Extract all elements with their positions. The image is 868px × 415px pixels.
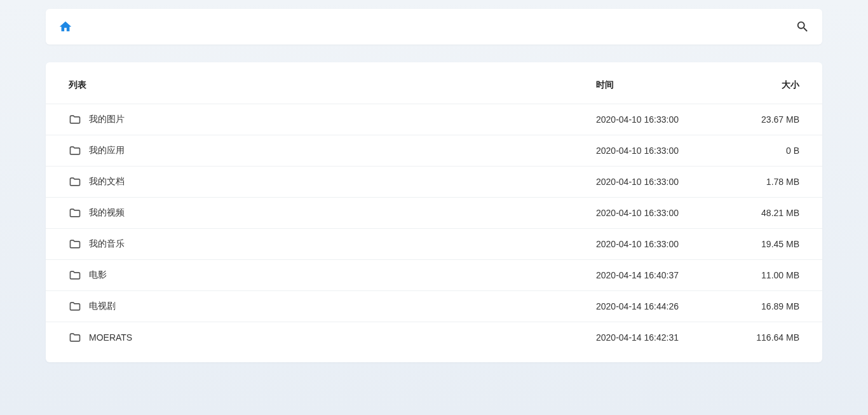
folder-icon xyxy=(69,331,81,344)
file-time: 2020-04-14 16:44:26 xyxy=(596,301,723,311)
file-name: 我的应用 xyxy=(89,145,125,156)
top-bar xyxy=(46,9,822,44)
table-row[interactable]: 我的图片2020-04-10 16:33:0023.67 MB xyxy=(46,104,822,135)
file-size: 1.78 MB xyxy=(723,177,799,187)
file-size: 116.64 MB xyxy=(723,332,799,343)
column-header-time[interactable]: 时间 xyxy=(596,79,723,91)
file-name-cell: 我的视频 xyxy=(69,207,596,219)
folder-icon xyxy=(69,207,81,219)
folder-icon xyxy=(69,300,81,313)
file-name: 电视剧 xyxy=(89,301,116,312)
file-name: 我的音乐 xyxy=(89,238,125,250)
file-size: 23.67 MB xyxy=(723,114,799,125)
column-header-size[interactable]: 大小 xyxy=(723,79,799,91)
file-size: 19.45 MB xyxy=(723,239,799,249)
table-row[interactable]: 我的文档2020-04-10 16:33:001.78 MB xyxy=(46,166,822,197)
table-row[interactable]: 我的音乐2020-04-10 16:33:0019.45 MB xyxy=(46,228,822,259)
search-button[interactable] xyxy=(796,20,810,34)
file-time: 2020-04-10 16:33:00 xyxy=(596,208,723,218)
search-icon xyxy=(796,20,810,34)
file-size: 0 B xyxy=(723,146,799,156)
file-name-cell: 我的图片 xyxy=(69,113,596,126)
table-header: 列表 时间 大小 xyxy=(46,72,822,104)
column-header-name[interactable]: 列表 xyxy=(69,79,596,91)
table-row[interactable]: 电视剧2020-04-14 16:44:2616.89 MB xyxy=(46,290,822,322)
file-name-cell: 电影 xyxy=(69,269,596,282)
home-button[interactable] xyxy=(58,20,72,34)
home-icon xyxy=(58,20,72,34)
file-name: 我的图片 xyxy=(89,114,125,125)
file-name-cell: 我的文档 xyxy=(69,175,596,188)
table-row[interactable]: 我的应用2020-04-10 16:33:000 B xyxy=(46,135,822,166)
file-size: 16.89 MB xyxy=(723,301,799,311)
folder-icon xyxy=(69,269,81,282)
file-size: 11.00 MB xyxy=(723,270,799,280)
folder-icon xyxy=(69,175,81,188)
folder-icon xyxy=(69,113,81,126)
folder-icon xyxy=(69,144,81,157)
table-row[interactable]: MOERATS2020-04-14 16:42:31116.64 MB xyxy=(46,322,822,353)
file-name: 我的视频 xyxy=(89,207,125,219)
file-time: 2020-04-10 16:33:00 xyxy=(596,239,723,249)
file-name: MOERATS xyxy=(89,332,132,343)
file-time: 2020-04-14 16:40:37 xyxy=(596,270,723,280)
file-name: 我的文档 xyxy=(89,176,125,187)
file-name-cell: 我的应用 xyxy=(69,144,596,157)
file-name-cell: 我的音乐 xyxy=(69,238,596,250)
file-list-card: 列表 时间 大小 我的图片2020-04-10 16:33:0023.67 MB… xyxy=(46,62,822,362)
file-time: 2020-04-10 16:33:00 xyxy=(596,146,723,156)
file-name: 电影 xyxy=(89,269,107,281)
folder-icon xyxy=(69,238,81,250)
table-row[interactable]: 我的视频2020-04-10 16:33:0048.21 MB xyxy=(46,197,822,228)
file-name-cell: 电视剧 xyxy=(69,300,596,313)
table-row[interactable]: 电影2020-04-14 16:40:3711.00 MB xyxy=(46,259,822,290)
file-name-cell: MOERATS xyxy=(69,331,596,344)
table-body: 我的图片2020-04-10 16:33:0023.67 MB我的应用2020-… xyxy=(46,104,822,353)
file-time: 2020-04-10 16:33:00 xyxy=(596,177,723,187)
file-time: 2020-04-10 16:33:00 xyxy=(596,114,723,125)
file-size: 48.21 MB xyxy=(723,208,799,218)
file-time: 2020-04-14 16:42:31 xyxy=(596,332,723,343)
